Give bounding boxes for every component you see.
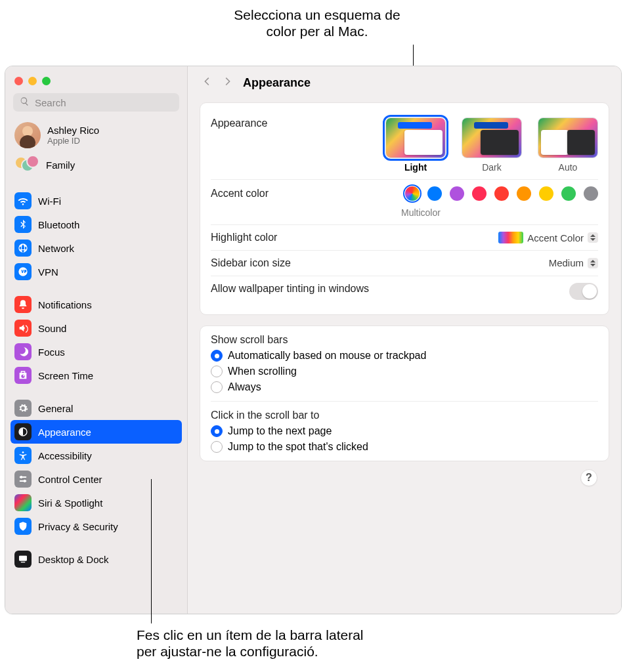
back-button[interactable] (201, 75, 213, 91)
controlcenter-icon (14, 471, 32, 488)
sidebar-item-label: Wi-Fi (38, 196, 61, 207)
scrollclick-opt1[interactable]: Jump to the next page (211, 425, 598, 437)
screentime-icon (14, 367, 32, 384)
privacy-icon (14, 518, 32, 535)
sidebar-item-general[interactable]: General (5, 396, 187, 420)
accessibility-icon (14, 447, 32, 464)
thumb-dark (462, 117, 522, 158)
siri-icon (14, 494, 32, 511)
radio-label: Automatically based on mouse or trackpad (228, 350, 426, 362)
scrollbars-opt1[interactable]: Automatically based on mouse or trackpad (211, 350, 598, 362)
sidebar-group-1: Wi-Fi Bluetooth Network VPN (5, 189, 187, 284)
bluetooth-icon (14, 216, 32, 233)
wifi-icon (14, 192, 32, 209)
help-button[interactable]: ? (580, 469, 597, 486)
family-row[interactable]: Family (5, 152, 187, 180)
scrollbars-opt2[interactable]: When scrolling (211, 366, 598, 377)
sidebar-item-label: Screen Time (38, 370, 93, 381)
accent-graphite[interactable] (584, 186, 598, 201)
accent-green[interactable] (561, 186, 576, 201)
accent-yellow[interactable] (539, 186, 553, 201)
sidebar-item-label: Appearance (38, 427, 91, 438)
thumb-label: Dark (482, 162, 502, 173)
appearance-light[interactable]: Light (385, 117, 446, 173)
accent-pink[interactable] (472, 186, 486, 201)
sidebar: Search Ashley Rico Apple ID Family Wi-Fi (5, 66, 188, 614)
sidebar-item-desktop[interactable]: Desktop & Dock (5, 547, 187, 571)
wallpapertint-label: Allow wallpaper tinting in windows (211, 283, 569, 295)
appearance-auto[interactable]: Auto (538, 117, 598, 173)
sidebar-item-siri[interactable]: Siri & Spotlight (5, 491, 187, 514)
radio-icon (211, 366, 223, 377)
sidebar-item-label: Control Center (38, 474, 102, 485)
sidebar-item-label: Privacy & Security (38, 521, 118, 532)
toolbar: Appearance (188, 66, 621, 100)
sound-icon (14, 320, 32, 337)
sidebar-item-wifi[interactable]: Wi-Fi (5, 189, 187, 213)
sidebar-item-label: Network (38, 243, 74, 254)
chevron-updown-icon (588, 258, 598, 268)
accent-purple[interactable] (450, 186, 464, 201)
fullscreen-button[interactable] (42, 77, 51, 85)
apple-id-row[interactable]: Ashley Rico Apple ID (5, 118, 187, 152)
sidebar-item-accessibility[interactable]: Accessibility (5, 444, 187, 467)
callout-bottom: Fes clic en un ítem de la barra lateral … (137, 627, 364, 660)
account-name: Ashley Rico (47, 125, 99, 136)
thumb-label: Auto (559, 162, 578, 173)
sidebariconsize-label: Sidebar icon size (211, 257, 549, 269)
forward-button[interactable] (222, 75, 234, 91)
family-icon (14, 156, 39, 173)
sidebar-item-screentime[interactable]: Screen Time (5, 364, 187, 387)
network-icon (14, 240, 32, 257)
sidebar-item-label: VPN (38, 266, 58, 278)
sidebar-item-bluetooth[interactable]: Bluetooth (5, 213, 187, 236)
scrollbars-opt3[interactable]: Always (211, 381, 598, 393)
sidebar-item-notifications[interactable]: Notifications (5, 293, 187, 316)
thumb-label: Light (404, 162, 427, 173)
sidebar-item-appearance[interactable]: Appearance (11, 420, 182, 444)
main-content: Appearance Appearance Light (188, 66, 621, 614)
close-button[interactable] (14, 77, 23, 85)
sidebar-item-privacy[interactable]: Privacy & Security (5, 514, 187, 538)
wallpapertint-toggle[interactable] (569, 283, 598, 300)
sidebar-item-focus[interactable]: Focus (5, 340, 187, 364)
appearance-icon (14, 423, 32, 440)
gear-icon (14, 400, 32, 417)
sidebar-item-label: Bluetooth (38, 219, 79, 230)
radio-label: When scrolling (228, 366, 297, 377)
sidebar-item-vpn[interactable]: VPN (5, 260, 187, 284)
minimize-button[interactable] (28, 77, 37, 85)
thumb-auto (538, 117, 598, 158)
appearance-dark[interactable]: Dark (462, 117, 522, 173)
highlight-popup[interactable]: Accent Color (498, 232, 598, 243)
accent-red[interactable] (494, 186, 509, 201)
search-icon (20, 96, 30, 108)
radio-icon (211, 425, 223, 437)
accent-orange[interactable] (517, 186, 531, 201)
scrollclick-section: Click in the scroll bar to Jump to the n… (211, 401, 598, 453)
radio-icon (211, 441, 223, 453)
radio-label: Jump to the next page (228, 425, 332, 437)
scrollbars-heading: Show scroll bars (211, 334, 598, 346)
scrollclick-heading: Click in the scroll bar to (211, 410, 598, 421)
sidebariconsize-value: Medium (549, 257, 584, 268)
sidebar-item-label: Sound (38, 323, 66, 334)
accent-blue[interactable] (427, 186, 442, 201)
sidebar-item-label: Notifications (38, 299, 92, 310)
scrollclick-opt2[interactable]: Jump to the spot that's clicked (211, 441, 598, 453)
callout-leader-bottom (151, 479, 152, 623)
sidebar-group-2: Notifications Sound Focus Screen Time (5, 293, 187, 387)
callout-bottom-line2: per ajustar-ne la configuració. (137, 643, 364, 660)
sidebar-item-sound[interactable]: Sound (5, 316, 187, 340)
sidebar-item-controlcenter[interactable]: Control Center (5, 467, 187, 491)
accent-multicolor[interactable] (405, 186, 420, 201)
system-settings-window: Search Ashley Rico Apple ID Family Wi-Fi (5, 66, 622, 614)
radio-label: Jump to the spot that's clicked (228, 441, 368, 453)
radio-icon (211, 350, 223, 362)
search-input[interactable]: Search (13, 93, 179, 112)
sidebariconsize-popup[interactable]: Medium (549, 257, 598, 268)
sidebar-item-network[interactable]: Network (5, 236, 187, 260)
callout-top-text: Selecciona un esquema de color per al Ma… (234, 7, 400, 39)
appearance-thumbs: Light Dark (385, 117, 598, 173)
highlight-value: Accent Color (527, 232, 584, 243)
